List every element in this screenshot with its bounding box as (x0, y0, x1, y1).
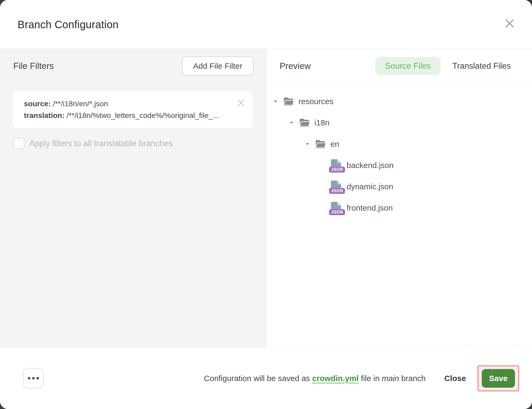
preview-header: Preview Source Files Translated Files (267, 49, 532, 83)
tab-source-files[interactable]: Source Files (375, 57, 440, 75)
json-file-icon: JSON (331, 181, 341, 193)
json-badge: JSON (329, 209, 345, 215)
tree-item-i18n[interactable]: i18n (267, 117, 532, 129)
more-options-button[interactable] (23, 368, 44, 388)
apply-filters-checkbox[interactable] (13, 138, 24, 149)
branch-configuration-dialog: Branch Configuration File Filters Add Fi… (0, 0, 532, 409)
json-file-icon: JSON (331, 202, 341, 214)
remove-filter-icon[interactable] (236, 98, 246, 108)
subheader: File Filters Add File Filter Preview Sou… (0, 49, 532, 83)
crowdin-yml-link[interactable]: crowdin.yml (312, 374, 359, 383)
tree-item-resources[interactable]: resources (267, 96, 532, 107)
chevron-down-icon[interactable] (306, 143, 309, 145)
json-badge: JSON (329, 188, 345, 194)
chevron-down-icon[interactable] (290, 121, 293, 124)
apply-filters-row: Apply filters to all translatable branch… (13, 138, 173, 149)
filter-source-value: /**/i18n/en/*.json (53, 100, 108, 108)
close-icon[interactable] (504, 18, 516, 29)
folder-icon (284, 97, 294, 106)
tree-item-frontend-json[interactable]: JSON frontend.json (267, 202, 532, 214)
tree-label: i18n (314, 118, 330, 127)
add-file-filter-button[interactable]: Add File Filter (182, 56, 253, 76)
note-suffix: branch (399, 374, 426, 383)
json-badge: JSON (329, 167, 345, 173)
tree-item-dynamic-json[interactable]: JSON dynamic.json (267, 181, 532, 193)
dialog-titlebar: Branch Configuration (0, 0, 532, 49)
folder-icon (300, 118, 310, 127)
preview-title: Preview (280, 61, 311, 71)
tree-label: dynamic.json (347, 182, 393, 191)
dialog-title: Branch Configuration (18, 19, 119, 31)
dot-icon (36, 377, 39, 379)
dot-icon (32, 377, 35, 379)
filter-translation-value: /**/i18n/%two_letters_code%/%original_fi… (66, 111, 219, 120)
file-filters-panel: source: /**/i18n/en/*.json translation: … (0, 84, 267, 347)
close-button[interactable]: Close (444, 374, 466, 383)
tree-label: resources (298, 97, 334, 106)
file-filter-card[interactable]: source: /**/i18n/en/*.json translation: … (13, 91, 253, 128)
json-file-icon: JSON (331, 159, 341, 171)
note-prefix: Configuration will be saved as (204, 374, 312, 383)
filter-source-key: source: (24, 100, 51, 108)
save-highlight-annotation: Save (477, 365, 519, 391)
tree-label: backend.json (347, 161, 394, 170)
chevron-down-icon[interactable] (274, 100, 277, 103)
tree-item-en[interactable]: en (267, 138, 532, 150)
tree-label: en (330, 140, 339, 149)
tree-item-backend-json[interactable]: JSON backend.json (267, 159, 532, 171)
branch-name: main (382, 374, 399, 383)
dialog-footer: Configuration will be saved as crowdin.y… (0, 347, 532, 409)
file-filters-title: File Filters (13, 61, 54, 71)
filter-translation-key: translation: (24, 111, 64, 120)
note-middle: file in (359, 374, 382, 383)
tab-translated-files[interactable]: Translated Files (452, 61, 511, 71)
preview-tree-panel: resources i18n (267, 84, 532, 347)
dot-icon (28, 377, 30, 379)
filter-source-line: source: /**/i18n/en/*.json (24, 98, 234, 110)
tree-label: frontend.json (347, 203, 393, 212)
filter-translation-line: translation: /**/i18n/%two_letters_code%… (24, 110, 234, 121)
save-location-note: Configuration will be saved as crowdin.y… (204, 374, 426, 383)
folder-icon (315, 140, 326, 149)
file-filters-header: File Filters Add File Filter (0, 49, 267, 83)
save-button[interactable]: Save (482, 369, 515, 388)
apply-filters-label: Apply filters to all translatable branch… (29, 139, 173, 148)
